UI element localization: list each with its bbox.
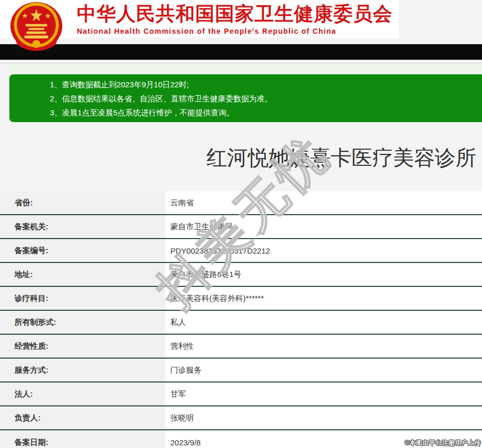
table-row: 服务方式: 门诊服务 <box>0 359 482 383</box>
field-label: 诊疗科目: <box>0 287 165 310</box>
field-label: 备案日期: <box>0 430 165 448</box>
field-value: 营利性 <box>165 335 482 358</box>
notice-item: 1、查询数据截止到2023年9月10日22时; <box>50 77 482 91</box>
notice-item: 3、凌晨1点至凌晨5点系统进行维护，不能提供查询。 <box>50 106 482 120</box>
field-label: 所有制形式: <box>0 311 165 334</box>
field-label: 省份: <box>0 191 165 214</box>
header-divider <box>0 63 482 63</box>
nav-bar <box>0 44 482 60</box>
field-label: 服务方式: <box>0 359 165 381</box>
copyright-watermark: ©本图由平台注册用户上传 <box>405 439 481 447</box>
field-value: 私人 <box>165 311 482 334</box>
field-value: 门诊服务 <box>165 359 482 381</box>
china-national-emblem-icon <box>4 1 69 51</box>
page: 中华人民共和国国家卫生健康委员会 National Health Commiss… <box>0 0 482 448</box>
site-title-english: National Health Commission of the People… <box>77 27 393 35</box>
field-label: 备案机关: <box>0 215 165 238</box>
field-label: 经营性质: <box>0 335 165 358</box>
field-label: 法人: <box>0 383 165 405</box>
field-value: 甘军 <box>165 383 482 405</box>
header-titles: 中华人民共和国国家卫生健康委员会 National Health Commiss… <box>77 4 393 35</box>
table-row: 负责人: 张晓明 <box>0 406 482 430</box>
notice-top-tint <box>9 64 482 74</box>
field-label: 备案编号: <box>0 239 165 262</box>
field-label: 负责人: <box>0 406 165 429</box>
field-label: 地址: <box>0 263 165 286</box>
table-row: 诊疗科目: 医疗美容科(美容外科)****** <box>0 287 482 311</box>
notice-item: 2、信息数据结果以各省、自治区、直辖市卫生健康委数据为准。 <box>50 91 482 106</box>
notice-list: 1、查询数据截止到2023年9月10日22时; 2、信息数据结果以各省、自治区、… <box>9 74 482 120</box>
table-row: 经营性质: 营利性 <box>0 335 482 359</box>
table-row: 所有制形式: 私人 <box>0 311 482 335</box>
table-row: 法人: 甘军 <box>0 383 482 406</box>
field-value: 张晓明 <box>165 406 482 429</box>
site-title-chinese: 中华人民共和国国家卫生健康委员会 <box>77 4 393 24</box>
notice-box: 1、查询数据截止到2023年9月10日22时; 2、信息数据结果以各省、自治区、… <box>9 74 482 122</box>
